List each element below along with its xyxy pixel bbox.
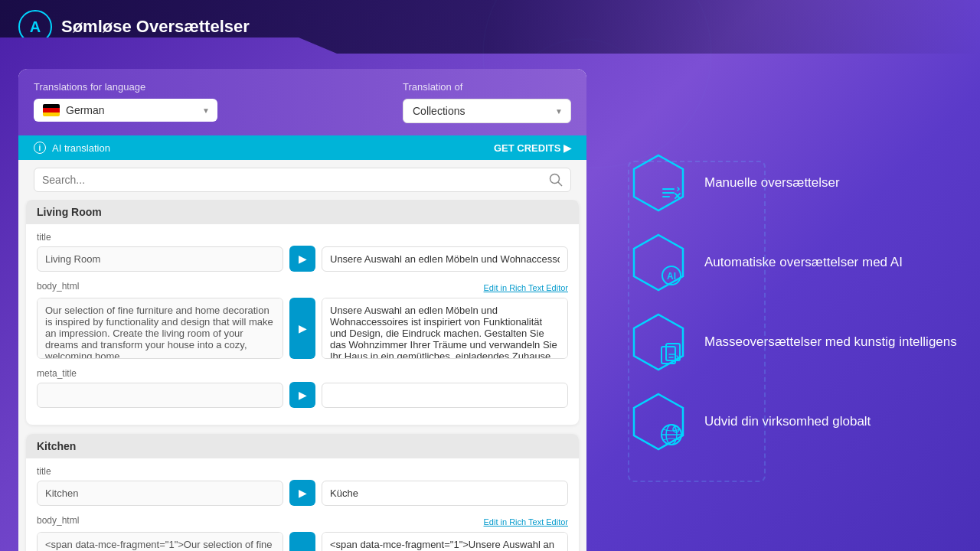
collection-label: Translation of [403, 81, 571, 93]
kitchen-title-field-inputs: ▶ [37, 480, 568, 506]
left-panel: Translations for language German Spanish [0, 54, 605, 551]
kitchen-bodyhtml-header: body_html Edit in Rich Text Editor [37, 515, 568, 529]
language-dropdown[interactable]: German [34, 99, 217, 122]
translate-metatitle-button[interactable]: ▶ [289, 382, 315, 408]
app-title: Sømløse Oversættelser [61, 17, 250, 37]
collection-section: Translation of Collections [403, 81, 571, 123]
living-room-title-target[interactable] [322, 246, 568, 272]
translate-metatitle-arrow: ▶ [299, 389, 307, 401]
living-room-section: Living Room title ▶ [26, 200, 579, 425]
bodyhtml-field-inputs: Our selection of fine furniture and home… [37, 298, 568, 359]
svg-point-15 [673, 426, 679, 432]
search-bar [18, 160, 586, 200]
svg-text:AI: AI [667, 271, 676, 282]
feature-mass: Masseoversættelser med kunstig intellige… [628, 311, 957, 373]
kitchen-body: title ▶ body_ [26, 458, 579, 551]
feature-manual-hex [628, 152, 689, 214]
feature-global-text: Udvid din virksomhed globalt [704, 413, 871, 430]
translate-title-button[interactable]: ▶ [289, 246, 315, 272]
kitchen-title-field: title ▶ [37, 466, 568, 506]
logo-letter: A [30, 18, 41, 36]
feature-global: Udvid din virksomhed globalt [628, 391, 957, 452]
translate-arrow-icon: ▶ [299, 253, 307, 265]
kitchen-bodyhtml-inputs: <span data-mce-fragment="1">Our selectio… [37, 532, 568, 551]
card-header: Translations for language German Spanish [18, 69, 586, 135]
info-icon: i [34, 142, 46, 154]
kitchen-body-source[interactable]: <span data-mce-fragment="1">Our selectio… [37, 532, 283, 551]
get-credits-label: GET CREDITS ▶ [494, 142, 571, 154]
ai-info: i AI translation [34, 142, 110, 154]
kitchen-title-target[interactable] [322, 481, 568, 506]
living-room-metatitle-target[interactable] [322, 383, 568, 408]
living-room-title-source[interactable] [37, 246, 283, 272]
search-input[interactable] [42, 174, 543, 186]
search-container [34, 168, 571, 192]
kitchen-section: Kitchen title ▶ [26, 434, 579, 551]
translation-card: Translations for language German Spanish [18, 69, 586, 551]
right-panel: Manuelle oversættelser AI Automatiske ov… [605, 54, 980, 551]
edit-rich-text-link[interactable]: Edit in Rich Text Editor [484, 283, 568, 292]
feature-ai: AI Automatiske oversættelser med AI [628, 232, 957, 293]
living-room-title: Living Room [26, 200, 579, 224]
svg-line-3 [558, 182, 562, 186]
language-section: Translations for language German Spanish [34, 81, 217, 123]
feature-mass-text: Masseoversættelser med kunstig intellige… [704, 334, 957, 350]
living-room-body: title ▶ body_ [26, 224, 579, 425]
translate-kitchen-body-button[interactable]: ▶ [289, 532, 315, 551]
collections-dropdown[interactable]: Collections [403, 99, 571, 123]
language-label: Translations for language [34, 81, 217, 93]
bodyhtml-field-header: body_html Edit in Rich Text Editor [37, 281, 568, 295]
living-room-metatitle-field: meta_title ▶ [37, 368, 568, 408]
living-room-bodyhtml-field: body_html Edit in Rich Text Editor Our s… [37, 281, 568, 359]
app-header: A Sømløse Oversættelser [0, 0, 980, 54]
bodyhtml-field-label: body_html [37, 281, 79, 292]
ai-info-text: AI translation [52, 142, 110, 154]
get-credits-button[interactable]: GET CREDITS ▶ [494, 142, 571, 154]
main-content: Translations for language German Spanish [0, 54, 980, 551]
selected-collection: Collections [413, 105, 465, 117]
translate-body-arrow-icon: ▶ [299, 322, 307, 334]
feature-ai-hex: AI [628, 232, 689, 293]
kitchen-title-source[interactable] [37, 481, 283, 506]
selected-language: German [66, 104, 105, 116]
living-room-title-field: title ▶ [37, 232, 568, 272]
living-room-body-target[interactable]: Unsere Auswahl an edlen Möbeln und Wohna… [322, 298, 568, 359]
search-icon [549, 173, 563, 187]
feature-mass-hex [628, 311, 689, 373]
feature-global-hex [628, 391, 689, 452]
ai-translation-bar: i AI translation GET CREDITS ▶ [18, 135, 586, 160]
svg-text:i: i [39, 144, 41, 152]
title-field-label: title [37, 232, 568, 243]
translate-kitchen-title-button[interactable]: ▶ [289, 480, 315, 506]
kitchen-bodyhtml-label: body_html [37, 515, 79, 526]
translations-body: Living Room title ▶ [18, 200, 586, 551]
german-flag [43, 104, 60, 116]
feature-ai-text: Automatiske oversættelser med AI [704, 254, 903, 271]
translate-body-button[interactable]: ▶ [289, 298, 315, 359]
kitchen-edit-rich-text-link[interactable]: Edit in Rich Text Editor [484, 517, 568, 527]
living-room-body-source[interactable]: Our selection of fine furniture and home… [37, 298, 283, 359]
feature-manual: Manuelle oversættelser [628, 152, 957, 214]
kitchen-bodyhtml-field: body_html Edit in Rich Text Editor <span… [37, 515, 568, 551]
kitchen-title: Kitchen [26, 434, 579, 458]
metatitle-field-inputs: ▶ [37, 382, 568, 408]
kitchen-title-field-label: title [37, 466, 568, 477]
kitchen-body-target[interactable]: <span data-mce-fragment="1">Unsere Auswa… [322, 532, 568, 551]
translate-kitchen-title-arrow: ▶ [299, 487, 307, 499]
title-field-inputs: ▶ [37, 246, 568, 272]
svg-point-2 [550, 174, 560, 184]
living-room-metatitle-source[interactable] [37, 383, 283, 408]
app-logo: A [18, 10, 52, 44]
feature-manual-text: Manuelle oversættelser [704, 174, 840, 191]
metatitle-field-label: meta_title [37, 368, 568, 379]
